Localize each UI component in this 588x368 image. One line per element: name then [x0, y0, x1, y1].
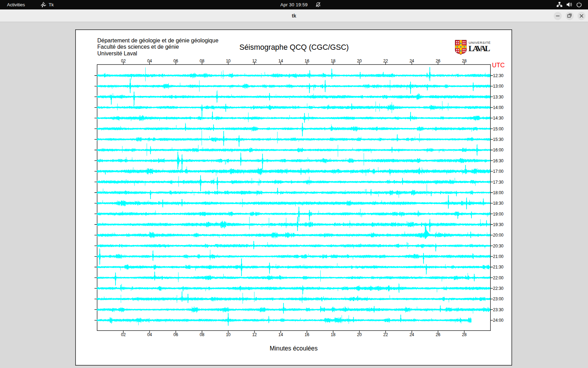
svg-text:18:00: 18:00	[493, 190, 504, 195]
svg-text:Université Laval: Université Laval	[97, 50, 137, 56]
svg-text:15:00: 15:00	[493, 127, 504, 131]
svg-text:04: 04	[147, 59, 152, 63]
svg-text:12: 12	[252, 332, 257, 337]
svg-text:26: 26	[436, 59, 441, 63]
svg-text:24:00: 24:00	[493, 318, 504, 323]
svg-text:17:30: 17:30	[493, 180, 504, 185]
svg-text:06: 06	[174, 332, 178, 337]
svg-text:14: 14	[278, 332, 283, 337]
svg-text:23:00: 23:00	[493, 297, 504, 301]
svg-text:22:30: 22:30	[493, 286, 504, 291]
svg-text:02: 02	[121, 332, 126, 337]
svg-text:12:30: 12:30	[493, 73, 504, 78]
svg-text:18:30: 18:30	[493, 201, 504, 206]
svg-text:20: 20	[357, 59, 362, 63]
svg-text:20:00: 20:00	[493, 233, 504, 238]
svg-text:16: 16	[304, 332, 309, 337]
svg-text:28: 28	[462, 59, 467, 63]
svg-text:10: 10	[226, 332, 231, 337]
svg-text:Faculté des sciences et de gén: Faculté des sciences et de génie	[97, 44, 179, 50]
svg-text:22:00: 22:00	[493, 275, 504, 280]
svg-text:UTC: UTC	[492, 62, 505, 69]
svg-text:12: 12	[252, 59, 257, 63]
svg-text:14: 14	[278, 59, 283, 63]
svg-text:24: 24	[410, 332, 414, 337]
svg-text:17:00: 17:00	[493, 169, 504, 174]
svg-text:08: 08	[200, 332, 205, 337]
svg-text:18: 18	[331, 59, 336, 63]
svg-text:20: 20	[357, 332, 362, 337]
svg-text:21:00: 21:00	[493, 254, 504, 259]
svg-text:10: 10	[226, 59, 231, 63]
svg-text:13:00: 13:00	[493, 84, 504, 89]
svg-text:14:00: 14:00	[493, 105, 504, 110]
svg-text:22: 22	[383, 332, 388, 337]
svg-text:23:30: 23:30	[493, 307, 504, 312]
svg-text:28: 28	[462, 332, 467, 337]
svg-text:19:30: 19:30	[493, 222, 504, 227]
svg-text:18: 18	[331, 332, 336, 337]
svg-text:16:30: 16:30	[493, 158, 504, 163]
svg-text:Minutes écoulées: Minutes écoulées	[270, 345, 318, 352]
svg-text:19:00: 19:00	[493, 212, 504, 217]
svg-text:04: 04	[147, 332, 152, 337]
svg-text:LAVAL: LAVAL	[469, 44, 490, 53]
svg-text:20:30: 20:30	[493, 244, 504, 248]
svg-text:15:30: 15:30	[493, 137, 504, 142]
svg-text:16: 16	[304, 59, 309, 63]
svg-text:16:00: 16:00	[493, 148, 504, 152]
svg-text:02: 02	[121, 59, 126, 63]
svg-text:13:30: 13:30	[493, 95, 504, 100]
svg-text:26: 26	[436, 332, 441, 337]
svg-text:06: 06	[174, 59, 178, 63]
svg-text:Département de géologie et de: Département de géologie et de génie géol…	[97, 38, 218, 43]
svg-text:14:30: 14:30	[493, 116, 504, 121]
svg-text:24: 24	[410, 59, 414, 63]
svg-text:21:30: 21:30	[493, 265, 504, 270]
svg-text:Séismographe QCQ (CGC/GSC): Séismographe QCQ (CGC/GSC)	[239, 43, 349, 52]
svg-text:22: 22	[383, 59, 388, 63]
svg-text:08: 08	[200, 59, 205, 63]
